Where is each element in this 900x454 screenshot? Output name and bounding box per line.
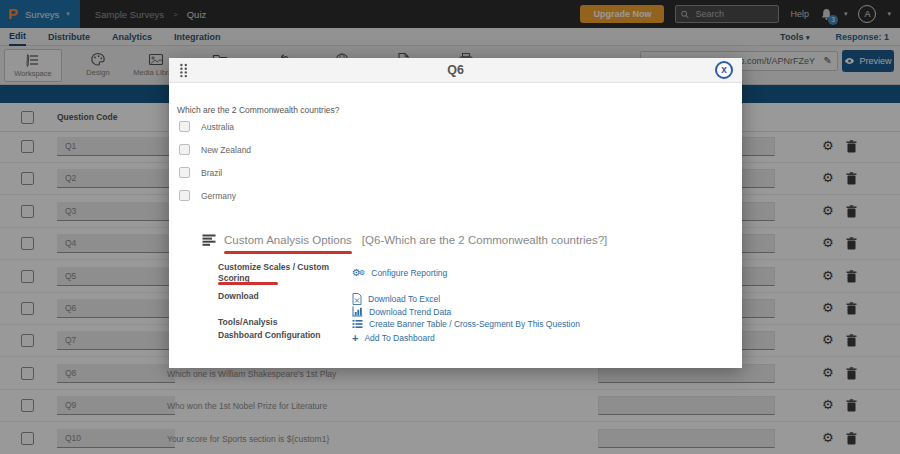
option-checkbox[interactable]	[179, 167, 190, 178]
option-checkbox[interactable]	[179, 144, 190, 155]
option-label: New Zealand	[201, 145, 251, 155]
custom-analysis-heading: Custom Analysis Options [Q6-Which are th…	[202, 234, 607, 246]
table-icon	[202, 234, 216, 246]
annotation-underline	[224, 251, 352, 254]
answer-option: Germany	[179, 190, 236, 201]
close-icon[interactable]: x	[715, 61, 733, 79]
category-tools-analysis: Tools/Analysis	[218, 317, 336, 328]
configure-reporting-link[interactable]: ⚙⚙ Configure Reporting	[352, 268, 447, 278]
trend-chart-icon	[352, 306, 363, 317]
banner-table-icon	[352, 319, 363, 329]
add-to-dashboard-link[interactable]: + Add To Dashboard	[352, 333, 435, 343]
annotation-underline	[218, 282, 278, 285]
category-customize-scales: Customize Scales / Custom Scoring	[218, 262, 336, 283]
plus-icon: +	[352, 334, 358, 343]
option-label: Brazil	[201, 168, 222, 178]
heading-text: Custom Analysis Options	[224, 234, 352, 246]
download-to-excel-link[interactable]: Download To Excel	[352, 293, 440, 305]
gears-icon: ⚙⚙	[352, 268, 365, 278]
answer-option: Australia	[179, 121, 234, 132]
category-dashboard-configuration: Dashboard Configuration	[218, 330, 336, 341]
question-modal: Q6 x Which are the 2 Commonwealth countr…	[169, 58, 742, 368]
heading-question-ref: [Q6-Which are the 2 Commonwealth countri…	[362, 234, 607, 246]
option-checkbox[interactable]	[179, 190, 190, 201]
modal-title: Q6	[169, 58, 742, 83]
excel-file-icon	[352, 293, 362, 305]
option-checkbox[interactable]	[179, 121, 190, 132]
answer-option: New Zealand	[179, 144, 251, 155]
drag-handle-icon[interactable]	[179, 63, 188, 78]
modal-header: Q6 x	[169, 58, 742, 83]
category-download: Download	[218, 291, 336, 302]
option-label: Germany	[201, 191, 236, 201]
modal-question-text: Which are the 2 Commonwealth countries?	[177, 105, 340, 115]
answer-option: Brazil	[179, 167, 222, 178]
option-label: Australia	[201, 122, 234, 132]
create-banner-table-link[interactable]: Create Banner Table / Cross-Segment By T…	[352, 319, 580, 329]
download-trend-data-link[interactable]: Download Trend Data	[352, 306, 451, 317]
